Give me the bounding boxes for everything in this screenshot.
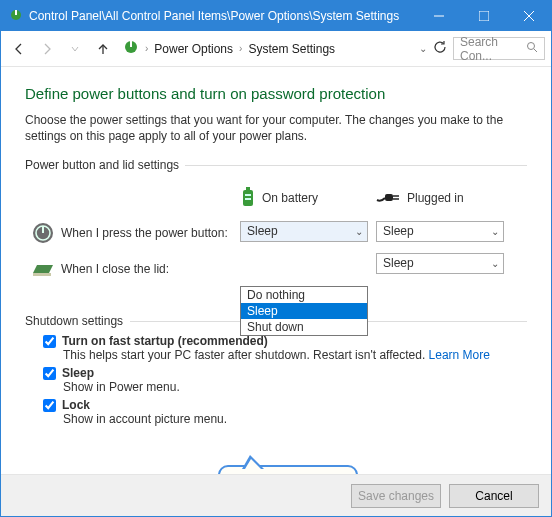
svg-rect-13 [42,226,44,233]
chevron-down-icon[interactable]: ⌄ [419,43,427,54]
footer: Save changes Cancel [1,474,551,516]
chevron-right-icon: › [145,43,148,54]
dropdown-option[interactable]: Do nothing [241,287,367,303]
minimize-button[interactable] [416,1,461,31]
power-button-plugged-combo[interactable]: Sleep⌄ [376,221,504,242]
svg-point-9 [528,43,535,50]
nav-toolbar: › Power Options › System Settings ⌄ Sear… [1,31,551,67]
plug-icon [375,190,401,207]
refresh-button[interactable] [433,40,447,57]
svg-rect-1 [15,10,17,15]
chevron-down-icon: ⌄ [491,258,499,269]
checkbox-label: Lock [62,398,90,412]
search-placeholder: Search Con... [460,35,526,63]
save-button[interactable]: Save changes [351,484,441,508]
checkbox-description: Show in Power menu. [63,380,527,394]
column-header: Plugged in [407,191,464,205]
dropdown-option[interactable]: Shut down [241,319,367,335]
svg-rect-8 [130,41,132,47]
search-icon [526,41,538,56]
power-button-icon [25,222,61,244]
close-button[interactable] [506,1,551,31]
svg-rect-3 [479,11,489,21]
titlebar: Control Panel\All Control Panel Items\Po… [1,1,551,31]
row-label: When I close the lid: [61,262,169,276]
svg-rect-19 [245,198,251,200]
fast-startup-checkbox[interactable] [43,335,56,348]
chevron-down-icon: ⌄ [491,226,499,237]
breadcrumb[interactable]: › Power Options › System Settings [119,39,415,58]
page-title: Define power buttons and turn on passwor… [25,85,527,102]
checkbox-description: This helps start your PC faster after sh… [63,348,527,362]
search-input[interactable]: Search Con... [453,37,545,60]
close-lid-plugged-combo[interactable]: Sleep⌄ [376,253,504,274]
svg-marker-14 [33,265,53,273]
breadcrumb-item[interactable]: Power Options [154,42,233,56]
power-options-icon [9,8,23,25]
group-label: Power button and lid settings [25,158,527,172]
chevron-right-icon: › [239,43,242,54]
power-options-icon [123,39,139,58]
forward-button[interactable] [35,37,59,61]
svg-rect-17 [246,187,250,190]
sleep-checkbox[interactable] [43,367,56,380]
checkbox-label: Turn on fast startup (recommended) [62,334,268,348]
column-header: On battery [262,191,318,205]
cancel-button[interactable]: Cancel [449,484,539,508]
checkbox-label: Sleep [62,366,94,380]
power-button-battery-combo[interactable]: Sleep⌄ [240,221,368,242]
learn-more-link[interactable]: Learn More [429,348,490,362]
laptop-lid-icon [25,259,61,279]
chevron-down-icon: ⌄ [355,226,363,237]
svg-rect-18 [245,194,251,196]
annotation-callout: Hibernate option is missing [218,465,358,474]
row-label: When I press the power button: [61,226,228,240]
svg-line-10 [534,49,537,52]
battery-icon [240,186,256,211]
dropdown-list[interactable]: Do nothing Sleep Shut down [240,286,368,336]
recent-dropdown-icon[interactable] [63,37,87,61]
up-button[interactable] [91,37,115,61]
maximize-button[interactable] [461,1,506,31]
lock-checkbox[interactable] [43,399,56,412]
dropdown-option-selected[interactable]: Sleep [241,303,367,319]
svg-rect-15 [33,273,51,276]
page-description: Choose the power settings that you want … [25,112,527,144]
checkbox-description: Show in account picture menu. [63,412,527,426]
breadcrumb-item[interactable]: System Settings [248,42,335,56]
window-title: Control Panel\All Control Panel Items\Po… [29,9,416,23]
svg-rect-20 [385,194,393,201]
back-button[interactable] [7,37,31,61]
